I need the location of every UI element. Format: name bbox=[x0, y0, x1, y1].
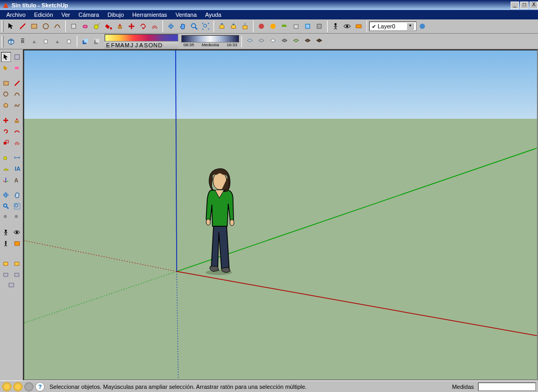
next-view-tool[interactable] bbox=[12, 212, 22, 222]
maximize-button[interactable]: □ bbox=[520, 2, 529, 9]
toolbar-grip[interactable] bbox=[2, 36, 4, 47]
menu-herramientas[interactable]: Herramientas bbox=[128, 11, 171, 19]
paint-bucket-icon[interactable] bbox=[103, 21, 114, 32]
scale-tool[interactable] bbox=[1, 138, 11, 148]
3d-text-tool[interactable]: A bbox=[12, 175, 22, 185]
layer-dropdown[interactable]: ✔ Layer0 ▾ bbox=[369, 22, 417, 31]
share-component-icon[interactable] bbox=[240, 21, 250, 32]
tape-measure-icon[interactable] bbox=[92, 21, 102, 32]
style-wireframe-icon[interactable] bbox=[256, 36, 267, 47]
line-tool-icon[interactable] bbox=[17, 21, 28, 32]
make-component-icon[interactable] bbox=[68, 21, 79, 32]
polygon-tool[interactable] bbox=[1, 100, 11, 110]
claim-credit-icon[interactable] bbox=[24, 382, 34, 391]
redo-icon[interactable] bbox=[291, 21, 301, 32]
zoom-tool[interactable] bbox=[1, 201, 11, 211]
close-button[interactable]: X bbox=[530, 2, 538, 9]
zoom-window-tool[interactable] bbox=[12, 201, 22, 211]
freehand-tool[interactable] bbox=[12, 100, 22, 110]
style-monochrome-icon[interactable] bbox=[302, 36, 313, 47]
move-tool-icon[interactable] bbox=[126, 21, 137, 32]
menu-ventana[interactable]: Ventana bbox=[171, 11, 201, 19]
walk-tool[interactable] bbox=[1, 239, 11, 249]
look-around-tool[interactable] bbox=[12, 228, 22, 238]
style-shaded-textured-icon[interactable] bbox=[291, 36, 301, 47]
style-textured-icon[interactable] bbox=[314, 36, 324, 47]
shadow-settings-icon[interactable] bbox=[92, 36, 102, 47]
menu-camara[interactable]: Cámara bbox=[74, 11, 103, 19]
share-model-tool[interactable] bbox=[12, 258, 22, 268]
protractor-tool[interactable] bbox=[1, 164, 11, 174]
layer-manager-icon[interactable] bbox=[417, 21, 428, 32]
rectangle-tool[interactable] bbox=[1, 78, 11, 88]
photo-match-tool[interactable] bbox=[6, 280, 16, 290]
text-tool[interactable]: IA bbox=[12, 164, 22, 174]
right-view-icon[interactable] bbox=[40, 36, 51, 47]
position-camera-tool[interactable] bbox=[1, 228, 11, 238]
tool-icon-1[interactable] bbox=[302, 21, 313, 32]
credits-icon[interactable] bbox=[13, 382, 23, 391]
pan-tool[interactable] bbox=[12, 190, 22, 200]
arc-tool[interactable] bbox=[12, 89, 22, 99]
help-icon[interactable]: ? bbox=[35, 382, 45, 391]
measure-input[interactable] bbox=[478, 383, 536, 391]
style-hidden-line-icon[interactable] bbox=[268, 36, 278, 47]
offset-tool-icon[interactable] bbox=[149, 21, 160, 32]
toolbar-grip[interactable] bbox=[2, 20, 4, 32]
circle-tool-icon[interactable] bbox=[40, 21, 51, 32]
geo-location-icon[interactable] bbox=[2, 382, 12, 391]
preferences-icon[interactable] bbox=[268, 21, 278, 32]
style-xray-icon[interactable] bbox=[245, 36, 255, 47]
move-tool[interactable] bbox=[1, 116, 11, 126]
get-component-tool[interactable] bbox=[1, 269, 11, 279]
undo-icon[interactable] bbox=[279, 21, 290, 32]
back-view-icon[interactable] bbox=[52, 36, 63, 47]
pan-tool-icon[interactable] bbox=[177, 21, 188, 32]
front-view-icon[interactable] bbox=[29, 36, 39, 47]
orbit-tool-icon[interactable] bbox=[166, 21, 176, 32]
left-view-icon[interactable] bbox=[64, 36, 74, 47]
get-models-icon[interactable] bbox=[217, 21, 227, 32]
axes-tool[interactable] bbox=[1, 175, 11, 185]
select-tool-icon[interactable] bbox=[6, 21, 16, 32]
tool-icon-2[interactable] bbox=[314, 21, 324, 32]
eraser-tool[interactable] bbox=[12, 63, 22, 73]
time-slider[interactable] bbox=[181, 35, 239, 43]
menu-dibujo[interactable]: Dibujo bbox=[103, 11, 128, 19]
paint-tool[interactable] bbox=[1, 63, 11, 73]
date-slider[interactable] bbox=[105, 34, 178, 42]
rotate-tool-icon[interactable] bbox=[138, 21, 148, 32]
look-around-icon[interactable] bbox=[342, 21, 352, 32]
tape-measure-tool[interactable] bbox=[1, 153, 11, 163]
circle-tool[interactable] bbox=[1, 89, 11, 99]
zoom-tool-icon[interactable] bbox=[189, 21, 199, 32]
section-plane-icon[interactable] bbox=[353, 21, 364, 32]
top-view-icon[interactable] bbox=[17, 36, 28, 47]
model-info-icon[interactable] bbox=[256, 21, 267, 32]
minimize-button[interactable]: _ bbox=[511, 2, 519, 9]
menu-edicion[interactable]: Edición bbox=[30, 11, 57, 19]
menu-ver[interactable]: Ver bbox=[57, 11, 75, 19]
section-tool[interactable] bbox=[12, 239, 22, 249]
zoom-extents-icon[interactable] bbox=[200, 21, 211, 32]
orbit-tool[interactable] bbox=[1, 190, 11, 200]
walk-tool-icon[interactable] bbox=[330, 21, 341, 32]
previous-view-tool[interactable] bbox=[1, 212, 11, 222]
component-tool[interactable] bbox=[12, 52, 22, 62]
eraser-tool-icon[interactable] bbox=[80, 21, 90, 32]
viewport-3d[interactable] bbox=[23, 49, 538, 380]
rotate-tool[interactable] bbox=[1, 127, 11, 137]
menu-archivo[interactable]: Archivo bbox=[2, 11, 30, 19]
dimension-tool[interactable] bbox=[12, 153, 22, 163]
line-tool[interactable] bbox=[12, 78, 22, 88]
menu-ayuda[interactable]: Ayuda bbox=[201, 11, 226, 19]
get-model-tool[interactable] bbox=[1, 258, 11, 268]
follow-me-tool[interactable] bbox=[12, 127, 22, 137]
push-pull-tool[interactable] bbox=[12, 116, 22, 126]
offset-tool[interactable] bbox=[12, 138, 22, 148]
style-shaded-icon[interactable] bbox=[279, 36, 290, 47]
select-tool[interactable] bbox=[1, 52, 11, 62]
share-model-icon[interactable] bbox=[228, 21, 239, 32]
share-component-tool[interactable] bbox=[12, 269, 22, 279]
iso-view-icon[interactable] bbox=[6, 36, 16, 47]
